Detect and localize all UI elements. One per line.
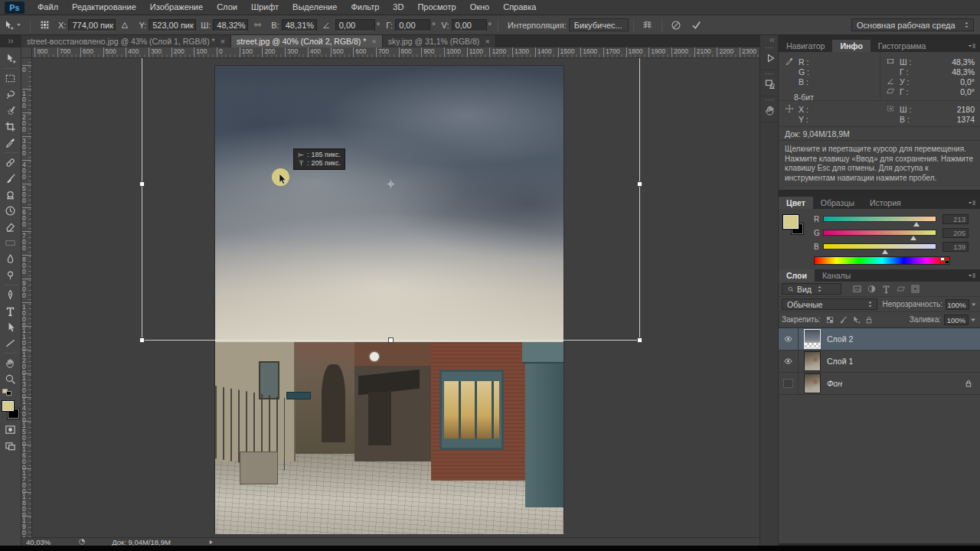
hand-tool[interactable] <box>2 355 20 371</box>
layer-thumbnail[interactable] <box>804 351 821 371</box>
menu-item-10[interactable]: Справка <box>496 0 543 15</box>
toolbar-collapse-button[interactable] <box>0 35 21 47</box>
slider-track[interactable] <box>823 216 936 222</box>
panel-menu-icon[interactable] <box>967 41 977 51</box>
history-brush-tool[interactable] <box>2 203 20 219</box>
smart-object-filter-icon[interactable] <box>910 284 920 294</box>
reference-point-locator-icon[interactable] <box>38 18 51 32</box>
fill-field[interactable]: 100% <box>944 315 969 325</box>
menu-item-4[interactable]: Шрифт <box>244 0 286 15</box>
lock-position-icon[interactable] <box>851 315 861 324</box>
black-swatch[interactable] <box>945 260 949 264</box>
panel-tab-Образцы[interactable]: Образцы <box>813 197 862 209</box>
layer-name[interactable]: Фон <box>827 379 842 388</box>
transform-left-handle[interactable] <box>139 181 145 187</box>
type-layer-filter-icon[interactable] <box>881 284 891 294</box>
gradient-tool[interactable] <box>2 235 20 251</box>
panel-tab-Цвет[interactable]: Цвет <box>779 197 813 209</box>
menu-item-5[interactable]: Выделение <box>286 0 344 15</box>
document-tab-0[interactable]: street-восстановлено.jpg @ 43% (Слой 1, … <box>21 35 231 47</box>
transform-bottomright-handle[interactable] <box>637 337 642 343</box>
menu-item-3[interactable]: Слои <box>210 0 244 15</box>
layer-thumbnail[interactable] <box>804 329 821 349</box>
status-menu-arrow-icon[interactable] <box>207 539 214 546</box>
menu-item-2[interactable]: Изображение <box>143 0 210 15</box>
brush-presets-panel-button[interactable] <box>760 96 779 122</box>
opacity-field[interactable]: 100% <box>946 299 969 310</box>
slider-thumb[interactable] <box>882 249 888 254</box>
transform-left-edge[interactable] <box>142 58 142 341</box>
actions-panel-button[interactable] <box>760 44 779 70</box>
lock-all-icon[interactable] <box>864 315 874 324</box>
link-dimensions-icon[interactable] <box>250 18 264 32</box>
transform-right-edge[interactable] <box>639 58 640 341</box>
quick-mask-mode-button[interactable] <box>2 422 20 438</box>
x-position-field[interactable]: 774,00 пик <box>68 19 116 31</box>
shape-layer-filter-icon[interactable] <box>896 284 906 294</box>
blend-mode-dropdown[interactable]: Обычные <box>782 298 877 310</box>
panel-tab-Навигатор[interactable]: Навигатор <box>779 40 832 52</box>
tool-preset-picker[interactable] <box>3 20 22 31</box>
horizontal-ruler[interactable]: 8007006005004003002001000100200300400500… <box>32 47 760 58</box>
layer-row-0[interactable]: Слой 2 <box>779 328 980 350</box>
slider-track[interactable] <box>823 230 936 236</box>
adjustment-layer-filter-icon[interactable] <box>867 284 877 294</box>
quick-selection-tool[interactable] <box>2 103 20 119</box>
slider-track[interactable] <box>823 243 936 249</box>
interpolation-dropdown[interactable]: Бикубичес... <box>569 18 629 31</box>
sky-image-layer[interactable] <box>215 66 564 342</box>
tab-close-icon[interactable]: × <box>220 37 225 45</box>
transform-bottommid-handle[interactable] <box>388 337 394 343</box>
clone-stamp-tool[interactable] <box>2 187 20 203</box>
pixel-layer-filter-icon[interactable] <box>852 284 862 294</box>
slider-value-field[interactable]: 213 <box>942 214 969 224</box>
menu-item-1[interactable]: Редактирование <box>65 0 143 15</box>
menu-item-6[interactable]: Фильтр <box>344 0 386 15</box>
panel-menu-icon[interactable] <box>967 271 977 281</box>
menu-item-9[interactable]: Окно <box>463 0 497 15</box>
canvas-area[interactable]: :185 пикс. :205 пикс. <box>32 58 760 537</box>
brush-tool[interactable] <box>2 171 20 187</box>
document-tab-1[interactable]: street.jpg @ 40% (Слой 2, RGB/8) *× <box>231 35 383 47</box>
panel-tab-Гистограмма[interactable]: Гистограмма <box>871 40 934 52</box>
path-selection-tool[interactable] <box>2 319 20 335</box>
pen-tool[interactable] <box>2 287 20 303</box>
opacity-arrow-icon[interactable] <box>970 301 977 308</box>
commit-transform-button[interactable] <box>690 18 704 32</box>
menu-item-8[interactable]: Просмотр <box>410 0 462 15</box>
cancel-transform-button[interactable] <box>669 18 683 32</box>
width-scale-field[interactable]: 48,32% <box>213 19 248 31</box>
panel-tab-Слои[interactable]: Слои <box>779 269 815 282</box>
blur-tool[interactable] <box>2 251 20 267</box>
layer-visibility-toggle-empty[interactable] <box>779 373 799 395</box>
dock-collapse-button[interactable] <box>760 35 778 44</box>
layer-name[interactable]: Слой 2 <box>827 334 853 344</box>
layer-filter-dropdown[interactable]: Вид <box>782 283 841 295</box>
menu-item-0[interactable]: Файл <box>31 0 65 15</box>
layer-row-2[interactable]: Фон <box>779 373 980 395</box>
ruler-corner[interactable] <box>21 47 32 58</box>
crop-tool[interactable] <box>2 119 20 135</box>
panel-tab-История[interactable]: История <box>862 197 909 209</box>
tab-close-icon[interactable]: × <box>371 37 376 45</box>
street-image-layer[interactable] <box>215 342 564 534</box>
layer-visibility-eye-icon[interactable] <box>779 350 799 373</box>
vskew-field[interactable]: 0,00 <box>452 19 487 31</box>
panel-menu-icon[interactable] <box>967 198 977 208</box>
layer-visibility-eye-icon[interactable] <box>779 328 799 350</box>
transform-right-handle[interactable] <box>637 181 642 187</box>
slider-value-field[interactable]: 139 <box>942 242 969 252</box>
move-tool[interactable] <box>2 51 20 67</box>
fill-arrow-icon[interactable] <box>969 316 977 324</box>
hskew-field[interactable]: 0,00 <box>395 19 430 31</box>
document-canvas[interactable] <box>214 65 564 533</box>
workspace-switcher[interactable]: Основная рабочая среда <box>851 18 974 31</box>
zoom-level-field[interactable]: 40,03% <box>26 538 51 546</box>
rotation-field[interactable]: 0,00 <box>335 19 375 31</box>
document-size-status[interactable]: Док: 9,04М/18,9М <box>112 538 171 546</box>
spot-healing-brush-tool[interactable] <box>2 155 20 171</box>
dodge-tool[interactable] <box>2 267 20 283</box>
slider-value-field[interactable]: 205 <box>942 228 969 238</box>
height-scale-field[interactable]: 48,31% <box>282 19 317 31</box>
transform-bottomleft-handle[interactable] <box>139 337 145 343</box>
